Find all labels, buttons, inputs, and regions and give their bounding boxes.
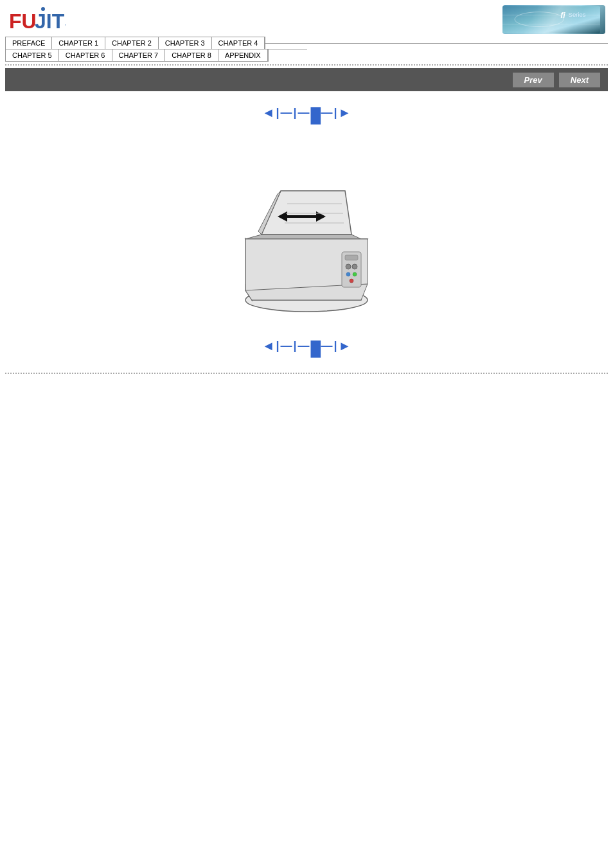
svg-point-12 xyxy=(346,264,351,269)
top-divider xyxy=(5,64,608,66)
svg-point-2 xyxy=(41,7,45,11)
nav-sym-right-arrow[interactable]: ► xyxy=(339,105,351,120)
nav-sym-dash3: — xyxy=(321,106,333,120)
svg-point-14 xyxy=(346,272,350,276)
page-header: FU JITSU fi Series xyxy=(0,0,613,37)
fujitsu-logo-svg: FU JITSU xyxy=(8,5,66,34)
svg-point-13 xyxy=(352,264,357,269)
fujitsu-logo: FU JITSU xyxy=(8,5,66,34)
nav-sym-bottom-pipe3: | xyxy=(334,339,337,353)
navigation-section: PREFACE CHAPTER 1 CHAPTER 2 CHAPTER 3 CH… xyxy=(0,37,613,62)
nav-sym-pipe3: | xyxy=(334,106,337,120)
svg-text:Series: Series xyxy=(569,11,586,18)
nav-tab-chapter3[interactable]: CHAPTER 3 xyxy=(159,37,212,49)
fi-series-logo: fi Series xyxy=(502,5,605,34)
svg-text:FU: FU xyxy=(9,10,37,33)
toolbar: Prev Next xyxy=(5,68,608,91)
nav-tab-preface[interactable]: PREFACE xyxy=(5,37,52,49)
nav-sym-dash2: — xyxy=(298,106,310,120)
nav-sym-pipe1: | xyxy=(276,106,279,120)
nav-sym-bottom-left-arrow[interactable]: ◄ xyxy=(262,339,275,353)
nav-sym-pipe2: | xyxy=(293,106,296,120)
nav-sym-bottom-pipe1: | xyxy=(276,339,279,353)
nav-tab-chapter5[interactable]: CHAPTER 5 xyxy=(5,49,59,62)
content-area: ◄ | — | — █ — | ► xyxy=(0,91,613,368)
bottom-divider xyxy=(5,373,608,374)
svg-point-8 xyxy=(515,12,564,27)
nav-symbols-bottom[interactable]: ◄ | — | — █ — | ► xyxy=(5,339,608,353)
nav-sym-bottom-dash3: — xyxy=(321,339,333,353)
prev-button[interactable]: Prev xyxy=(513,73,554,87)
nav-sym-block[interactable]: █ xyxy=(311,107,320,119)
next-button[interactable]: Next xyxy=(559,73,600,87)
nav-sym-bottom-pipe2: | xyxy=(293,339,296,353)
nav-sym-dash1: — xyxy=(280,106,292,120)
nav-tab-chapter6[interactable]: CHAPTER 6 xyxy=(59,49,112,62)
nav-sym-left-arrow[interactable]: ◄ xyxy=(262,105,275,120)
scanner-illustration xyxy=(5,139,608,319)
svg-text:JITSU: JITSU xyxy=(35,10,66,33)
nav-tab-chapter4[interactable]: CHAPTER 4 xyxy=(212,37,265,49)
nav-tab-chapter1[interactable]: CHAPTER 1 xyxy=(52,37,105,49)
svg-point-15 xyxy=(353,272,357,276)
nav-tab-appendix[interactable]: APPENDIX xyxy=(218,49,268,62)
nav-sym-bottom-block[interactable]: █ xyxy=(311,341,320,352)
nav-tab-chapter8[interactable]: CHAPTER 8 xyxy=(165,49,218,62)
nav-tab-chapter7[interactable]: CHAPTER 7 xyxy=(112,49,166,62)
svg-text:fi: fi xyxy=(560,11,565,20)
nav-symbols-top[interactable]: ◄ | — | — █ — | ► xyxy=(5,105,608,120)
fi-series-banner: fi Series xyxy=(502,5,600,34)
svg-point-16 xyxy=(350,279,353,283)
svg-rect-11 xyxy=(345,255,358,260)
nav-tab-chapter2[interactable]: CHAPTER 2 xyxy=(105,37,159,49)
nav-sym-bottom-dash2: — xyxy=(298,339,310,353)
svg-rect-3 xyxy=(502,6,600,33)
scanner-svg xyxy=(217,139,396,319)
nav-sym-bottom-right-arrow[interactable]: ► xyxy=(339,339,351,353)
nav-sym-bottom-dash1: — xyxy=(280,339,292,353)
